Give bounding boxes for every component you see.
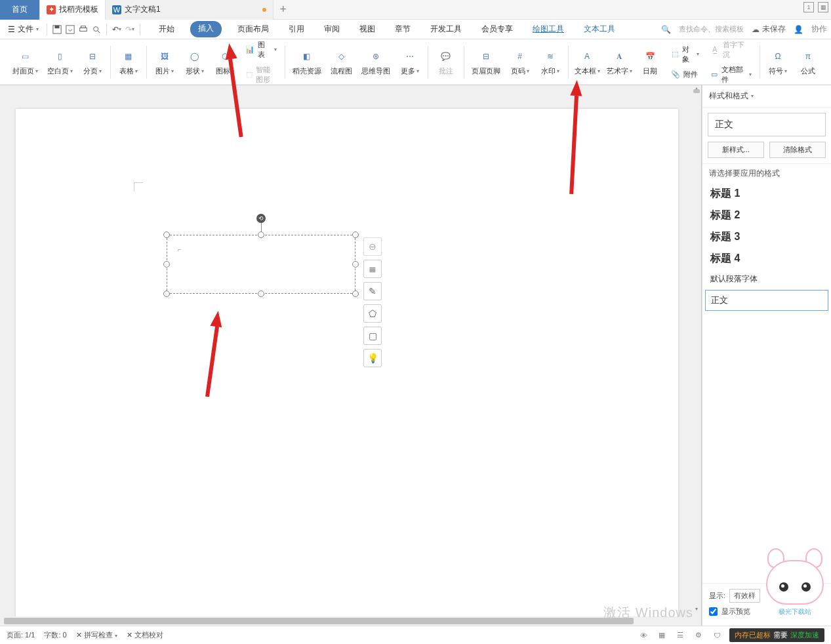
- resize-handle-w[interactable]: [163, 261, 170, 268]
- tab-template[interactable]: ✦ 找稻壳模板: [40, 0, 106, 20]
- tab-start[interactable]: 开始: [155, 21, 178, 37]
- resize-handle-n[interactable]: [258, 231, 264, 238]
- document-canvas[interactable]: ⟲ ⌐ ⊖ ≣ ✎ ⬠ ▢ 💡: [0, 85, 702, 626]
- selection-border[interactable]: ⌐: [167, 235, 355, 294]
- resize-handle-ne[interactable]: [352, 231, 359, 238]
- style-heading1[interactable]: 标题 1: [702, 183, 831, 205]
- resize-handle-se[interactable]: [352, 291, 359, 297]
- mindmap-button[interactable]: ⊛思维导图: [359, 47, 392, 77]
- document-proof[interactable]: ✕ 文档校对: [127, 630, 163, 640]
- tab-review[interactable]: 审阅: [320, 21, 344, 37]
- doc-resource-button[interactable]: ◧稻壳资源: [291, 47, 323, 77]
- spell-check[interactable]: ✕ 拼写检查 ▾: [76, 630, 117, 640]
- print-icon[interactable]: [77, 24, 89, 35]
- docparts-button[interactable]: ▭文档部件▾: [707, 64, 754, 86]
- undo-icon[interactable]: ↶▾: [111, 24, 123, 35]
- cover-page-button[interactable]: ▭封面页▾: [10, 47, 40, 77]
- tab-view[interactable]: 视图: [355, 21, 379, 37]
- table-button[interactable]: ▦表格▾: [116, 47, 141, 77]
- search-icon[interactable]: 🔍: [661, 25, 671, 34]
- watermark-button[interactable]: ≋水印▾: [538, 47, 563, 77]
- save-icon[interactable]: [51, 24, 63, 35]
- horizontal-scrollbar[interactable]: [0, 616, 692, 626]
- tab-document[interactable]: W 文字文稿1: [106, 0, 274, 20]
- mascot-character[interactable]: 极光下载站: [762, 552, 828, 618]
- show-select[interactable]: 有效样: [729, 589, 760, 603]
- tab-reference[interactable]: 引用: [285, 21, 308, 37]
- rotation-handle[interactable]: ⟲: [256, 214, 266, 223]
- shield-icon[interactable]: 🛡: [711, 630, 723, 641]
- panel-header[interactable]: 样式和格式 ▾: [702, 85, 831, 108]
- search-placeholder[interactable]: 查找命令、搜索模板: [679, 24, 744, 34]
- tab-drawing-tools[interactable]: 绘图工具: [529, 21, 568, 37]
- new-tab-button[interactable]: +: [274, 3, 293, 16]
- style-heading3[interactable]: 标题 3: [702, 226, 831, 248]
- resize-handle-s[interactable]: [258, 291, 264, 297]
- save-as-icon[interactable]: [64, 24, 76, 35]
- tab-member[interactable]: 会员专享: [477, 21, 517, 37]
- object-button[interactable]: ⬚对象▾: [668, 43, 702, 66]
- resize-handle-nw[interactable]: [163, 231, 170, 238]
- tab-pagelayout[interactable]: 页面布局: [233, 21, 273, 37]
- current-style-box[interactable]: 正文: [708, 113, 826, 136]
- equation-button[interactable]: π公式: [796, 47, 821, 77]
- picture-button[interactable]: 🖼图片▾: [152, 47, 177, 77]
- eye-icon[interactable]: 👁: [638, 630, 649, 641]
- preview-checkbox[interactable]: [709, 607, 718, 616]
- page-number-button[interactable]: #页码▾: [508, 47, 533, 77]
- vertical-scrollbar[interactable]: ▴ ▾: [692, 85, 701, 626]
- header-footer-button[interactable]: ⊟页眉页脚: [470, 47, 502, 77]
- style-default-font[interactable]: 默认段落字体: [702, 270, 831, 289]
- unsaved-indicator[interactable]: ☁ 未保存: [752, 24, 786, 35]
- scroll-thumb[interactable]: [693, 89, 700, 93]
- flowchart-button[interactable]: ◇流程图: [329, 47, 354, 77]
- outline-view-icon[interactable]: ☰: [674, 630, 686, 641]
- smartart-button[interactable]: ⬚智能图形: [243, 64, 279, 86]
- file-menu[interactable]: ☰ 文件 ▾: [4, 22, 43, 36]
- memory-warning[interactable]: 内存已超标 需要 深度加速: [729, 628, 824, 642]
- tab-home[interactable]: 首页: [0, 0, 40, 20]
- window-layout-icon[interactable]: 1: [803, 2, 814, 12]
- scroll-down-icon[interactable]: ▾: [693, 606, 700, 613]
- comment-button[interactable]: 💬批注: [434, 47, 458, 77]
- tab-chapter[interactable]: 章节: [391, 21, 415, 37]
- symbol-button[interactable]: Ω符号▾: [765, 47, 790, 77]
- attachment-button[interactable]: 📎附件: [668, 68, 702, 81]
- tab-text-tools[interactable]: 文本工具: [580, 21, 619, 37]
- collab-icon[interactable]: 👤: [794, 25, 803, 34]
- blank-page-button[interactable]: ▯空白页▾: [45, 47, 75, 77]
- float-collapse-button[interactable]: ⊖: [363, 237, 382, 256]
- scroll-thumb-h[interactable]: [4, 618, 634, 624]
- float-layout-button[interactable]: ≣: [363, 260, 382, 278]
- date-button[interactable]: 📅日期: [638, 47, 662, 77]
- page-break-button[interactable]: ⊟分页▾: [80, 47, 105, 77]
- more-button[interactable]: ⋯更多▾: [397, 47, 422, 77]
- tab-devtools[interactable]: 开发工具: [426, 21, 466, 37]
- redo-icon[interactable]: ↷▾: [124, 24, 136, 35]
- new-style-button[interactable]: 新样式...: [708, 142, 764, 158]
- chart-button[interactable]: 📊图表▾: [243, 39, 279, 61]
- wordart-button[interactable]: 𝐀艺术字▾: [606, 47, 633, 77]
- tab-insert[interactable]: 插入: [190, 21, 222, 37]
- dropcap-button[interactable]: A̲首字下沉: [707, 39, 754, 61]
- float-fill-button[interactable]: ⬠: [363, 304, 382, 323]
- word-count[interactable]: 字数: 0: [44, 630, 66, 640]
- float-idea-button[interactable]: 💡: [363, 349, 382, 367]
- textbox-selection[interactable]: ⟲ ⌐: [167, 235, 355, 294]
- textbox-button[interactable]: A文本框▾: [574, 47, 601, 77]
- layout-view-icon[interactable]: ▦: [656, 630, 668, 641]
- shape-button[interactable]: ◯形状▾: [182, 47, 207, 77]
- float-edit-button[interactable]: ✎: [363, 282, 382, 300]
- page-indicator[interactable]: 页面: 1/1: [7, 630, 35, 640]
- hamburger-icon: ☰: [8, 25, 15, 34]
- resize-handle-sw[interactable]: [163, 291, 170, 297]
- window-grid-icon[interactable]: ▦: [818, 2, 828, 12]
- style-heading2[interactable]: 标题 2: [702, 205, 831, 226]
- settings-icon[interactable]: ⚙: [693, 630, 704, 641]
- style-body[interactable]: 正文: [705, 290, 828, 311]
- print-preview-icon[interactable]: [91, 24, 102, 35]
- float-border-button[interactable]: ▢: [363, 327, 382, 345]
- resize-handle-e[interactable]: [352, 261, 359, 268]
- clear-format-button[interactable]: 清除格式: [769, 142, 826, 158]
- style-heading4[interactable]: 标题 4: [702, 248, 831, 270]
